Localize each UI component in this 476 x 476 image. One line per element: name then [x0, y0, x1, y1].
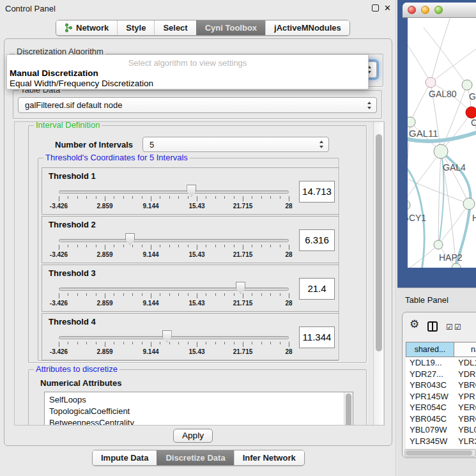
- dropdown-option-manual-discretization[interactable]: Manual Discretization: [10, 68, 98, 78]
- threshold-value-field[interactable]: 11.344: [299, 326, 335, 348]
- node-selected[interactable]: [466, 107, 476, 118]
- slider-thumb[interactable]: [162, 330, 172, 342]
- table-panel-box: ⚙ ☑ ☑ shared... na YDL19...YDL1YDR27...Y…: [402, 312, 476, 458]
- node-hap2[interactable]: [434, 240, 443, 249]
- tab-discretize-data[interactable]: Discretize Data: [157, 450, 233, 465]
- panel-title: Control Panel: [5, 4, 56, 13]
- panel-scrollbar[interactable]: [373, 122, 384, 425]
- tick-mark: [160, 245, 160, 247]
- table-row[interactable]: YBR043CYBR0: [406, 380, 476, 391]
- threshold-slider[interactable]: -3.4262.8599.14415.4321.71528: [42, 168, 339, 214]
- table-row[interactable]: YDL19...YDL1: [406, 357, 476, 369]
- minimize-button[interactable]: [421, 6, 429, 14]
- list-item-selfloops[interactable]: SelfLoops: [49, 394, 86, 406]
- tick-label: 9.144: [132, 300, 170, 307]
- tick-label: 15.43: [178, 348, 216, 355]
- scrollbar-thumb[interactable]: [376, 134, 382, 351]
- table-row[interactable]: YIL052CYIL0: [406, 447, 476, 449]
- numerical-attributes-label: Numerical Attributes: [40, 378, 121, 388]
- tick-mark: [206, 245, 206, 247]
- checkbox-icon[interactable]: ☑: [446, 323, 453, 332]
- close-button[interactable]: [408, 6, 416, 14]
- checkbox-icon[interactable]: ☑: [454, 323, 461, 332]
- dropdown-option-equal-width-frequency[interactable]: Equal Width/Frequency Discretization: [10, 79, 153, 88]
- tick-mark: [270, 245, 271, 247]
- list-item-betweennesscentrality[interactable]: BetweennessCentrality: [49, 417, 134, 426]
- threshold-slider[interactable]: -3.4262.8599.14415.4321.71528: [42, 217, 339, 263]
- gray-edge: [408, 40, 431, 82]
- table-row[interactable]: YPR145WYPR1: [406, 391, 476, 403]
- list-item-topologicalcoefficient[interactable]: TopologicalCoefficient: [49, 406, 130, 417]
- tab-impute-data[interactable]: Impute Data: [93, 450, 157, 465]
- tick-mark: [289, 293, 289, 298]
- table-horizontal-scrollbar[interactable]: [404, 449, 476, 457]
- network-canvas[interactable]: GAL80GACGAL11GAL4GCY1HHAP2: [408, 18, 476, 268]
- node[interactable]: [462, 80, 472, 90]
- num-intervals-combobox[interactable]: 5: [142, 137, 329, 152]
- num-intervals-label: Number of Intervals: [55, 140, 133, 150]
- num-intervals-value: 5: [143, 137, 328, 152]
- threshold-value-field[interactable]: 6.316: [299, 229, 335, 251]
- tab-label: Infer Network: [243, 453, 296, 463]
- slider-track: [59, 336, 289, 339]
- node-gal80[interactable]: [426, 77, 436, 88]
- apply-button[interactable]: Apply: [173, 429, 213, 443]
- tab-select[interactable]: Select: [154, 20, 196, 35]
- slider-thumb[interactable]: [236, 282, 245, 294]
- tick-mark: [252, 245, 252, 247]
- table-row[interactable]: YER054CYER0: [406, 402, 476, 413]
- column-layout-icon[interactable]: [427, 321, 438, 332]
- float-window-icon[interactable]: [372, 4, 379, 12]
- network-window-titlebar[interactable]: [403, 3, 476, 18]
- threshold-value-field[interactable]: 14.713: [299, 181, 335, 203]
- cell-shared-name: YER054C: [410, 402, 447, 413]
- tick-mark: [178, 196, 179, 199]
- table-row[interactable]: YBL079WYBL0: [406, 424, 476, 436]
- cell-name: YPR1: [458, 391, 476, 403]
- cell-name: YER0: [458, 402, 476, 413]
- attributes-scrollbar[interactable]: [344, 392, 353, 426]
- table-data-combobox[interactable]: galFiltered.sif default node: [18, 97, 377, 113]
- close-icon[interactable]: ✕: [384, 3, 391, 14]
- node-gcy1[interactable]: [408, 200, 410, 210]
- tick-mark: [280, 293, 280, 296]
- tick-mark: [77, 342, 78, 344]
- slider-thumb[interactable]: [125, 233, 135, 245]
- column-header-name[interactable]: na: [454, 342, 476, 357]
- table-row[interactable]: YDR27...YDR2: [406, 369, 476, 380]
- column-header-shared-name[interactable]: shared...: [406, 342, 454, 357]
- tick-mark: [206, 293, 206, 296]
- table-row[interactable]: YLR345WYLR3: [406, 436, 476, 447]
- table-row[interactable]: YBR045CYBR0: [406, 413, 476, 425]
- threshold-slider[interactable]: -3.4262.8599.14415.4321.71528: [42, 314, 339, 360]
- gear-icon[interactable]: ⚙: [410, 319, 419, 330]
- tick-mark: [105, 245, 105, 250]
- threshold-slider[interactable]: -3.4262.8599.14415.4321.71528: [42, 265, 339, 311]
- tick-mark: [132, 196, 133, 199]
- tick-mark: [188, 245, 188, 247]
- slider-thumb[interactable]: [187, 185, 196, 197]
- network-window-frame: GAL80GACGAL11GAL4GCY1HHAP2: [397, 0, 476, 288]
- scrollbar-thumb[interactable]: [406, 450, 472, 456]
- zoom-button[interactable]: [434, 6, 443, 14]
- gray-edge: [431, 18, 451, 82]
- numerical-attributes-list[interactable]: SelfLoopsTopologicalCoefficientBetweenne…: [44, 392, 353, 426]
- tab-style[interactable]: Style: [117, 20, 154, 35]
- node-gal11[interactable]: [408, 117, 415, 127]
- tick-mark: [59, 342, 59, 347]
- cell-shared-name: YLR345W: [410, 436, 447, 447]
- tab-network[interactable]: Network: [56, 20, 117, 35]
- tab-cyni-toolbox[interactable]: Cyni Toolbox: [196, 20, 265, 35]
- tab-infer-network[interactable]: Infer Network: [234, 450, 304, 465]
- table-panel: Table Panel ⚙ ☑ ☑ shared... na YDL19...Y…: [397, 288, 476, 476]
- tick-label: 28: [270, 348, 308, 355]
- scrollbar-thumb[interactable]: [346, 394, 351, 426]
- node[interactable]: [463, 198, 475, 210]
- threshold-value-field[interactable]: 21.4: [299, 278, 335, 300]
- tick-mark: [105, 293, 105, 298]
- tick-label: -3.426: [40, 251, 78, 258]
- tab-jactivemnodules[interactable]: jActiveMNodules: [265, 20, 349, 35]
- cell-name: YBL0: [458, 424, 476, 436]
- tick-mark: [280, 196, 280, 199]
- node-gal4[interactable]: [434, 144, 448, 158]
